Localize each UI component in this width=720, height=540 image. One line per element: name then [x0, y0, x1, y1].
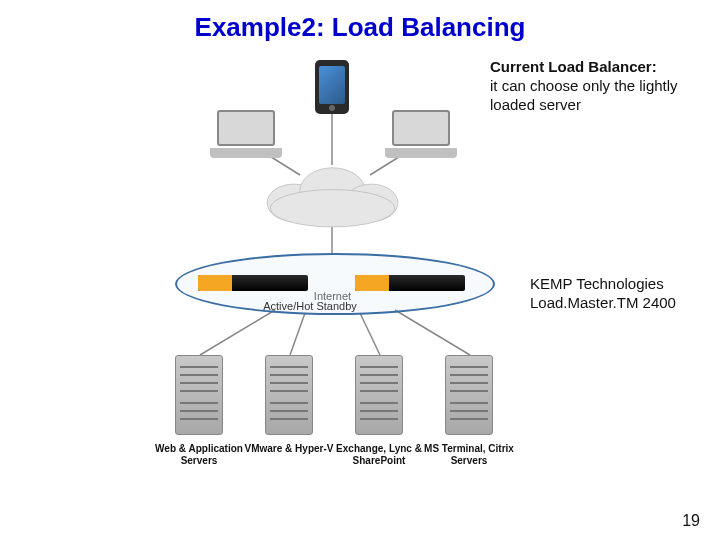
server-label: Web & Application Servers — [154, 443, 244, 466]
caption-kemp-line2: Load.Master.TM 2400 — [530, 294, 676, 311]
server-rack-icon — [265, 355, 313, 435]
network-diagram: Internet Active/Hot Standby Web & Applic… — [120, 55, 500, 485]
server-rack-icon — [355, 355, 403, 435]
slide-title: Example2: Load Balancing — [0, 12, 720, 43]
server-label: Exchange, Lync & SharePoint — [334, 443, 424, 466]
cluster-mode-label: Active/Hot Standby — [120, 300, 500, 312]
svg-point-11 — [270, 190, 394, 227]
caption-kemp-product: KEMP Technologies Load.Master.TM 2400 — [530, 275, 720, 313]
internet-cloud-icon: Internet — [250, 160, 415, 230]
kemp-device-icon — [198, 275, 308, 291]
kemp-device-icon — [355, 275, 465, 291]
server-rack-icon — [445, 355, 493, 435]
laptop-icon — [385, 110, 457, 158]
page-number: 19 — [682, 512, 700, 530]
server-rack-icon — [175, 355, 223, 435]
server-label: MS Terminal, Citrix Servers — [424, 443, 514, 466]
svg-line-4 — [200, 310, 275, 355]
laptop-icon — [210, 110, 282, 158]
smartphone-icon — [315, 60, 349, 114]
svg-line-6 — [360, 313, 380, 355]
caption-kemp-line1: KEMP Technologies — [530, 275, 664, 292]
svg-line-5 — [290, 313, 305, 355]
svg-line-7 — [395, 310, 470, 355]
server-label: VMware & Hyper-V — [244, 443, 334, 455]
